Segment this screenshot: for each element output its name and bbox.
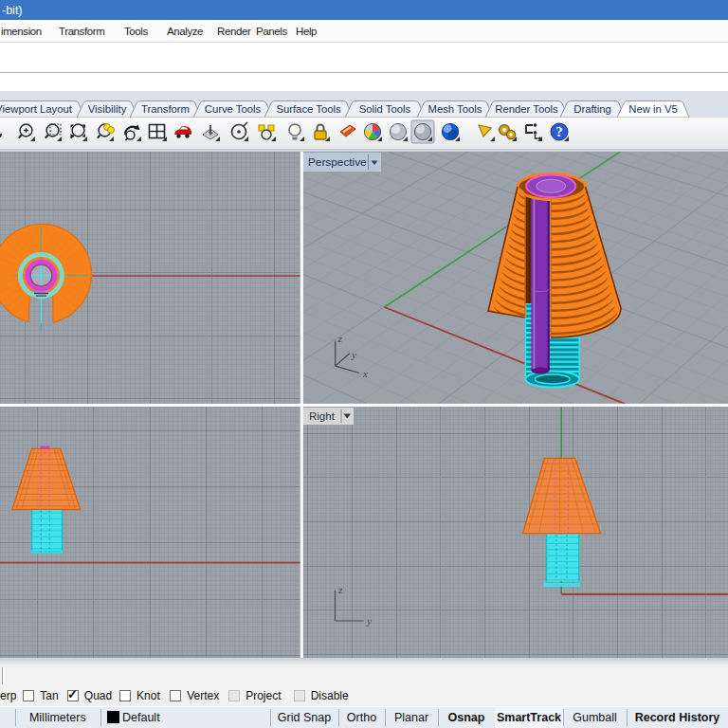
svg-text:Render Tools: Render Tools [495, 103, 558, 115]
svg-text:?: ? [555, 124, 563, 139]
svg-text:Curve Tools: Curve Tools [205, 103, 262, 115]
svg-text:Transform: Transform [141, 103, 190, 115]
svg-text:z: z [337, 584, 343, 595]
svg-text:Mesh Tools: Mesh Tools [428, 103, 482, 115]
svg-text:Surface Tools: Surface Tools [276, 103, 341, 115]
svg-text:Solid Tools: Solid Tools [359, 103, 411, 115]
svg-text:Viewport Layout: Viewport Layout [0, 103, 73, 115]
svg-text:Right: Right [309, 410, 336, 422]
svg-text:Visibility: Visibility [88, 103, 127, 115]
svg-text:y: y [366, 615, 372, 627]
svg-text:New in V5: New in V5 [628, 103, 678, 115]
svg-text:y: y [351, 349, 356, 360]
svg-text:x: x [362, 368, 368, 379]
svg-text:z: z [337, 333, 343, 344]
svg-text:Perspective: Perspective [308, 155, 367, 169]
svg-text:Drafting: Drafting [573, 103, 611, 115]
